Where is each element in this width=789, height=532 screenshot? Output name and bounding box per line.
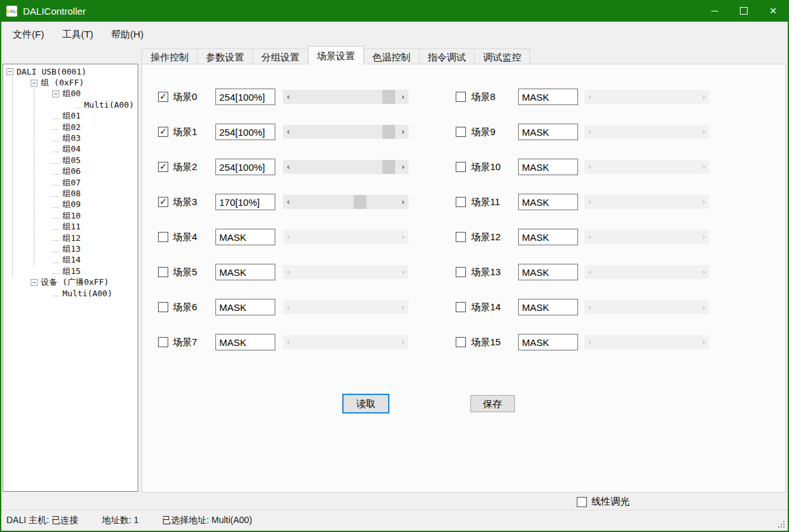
tree-collapse-icon[interactable] — [31, 80, 38, 87]
scene-checkbox[interactable]: ✓ — [158, 162, 168, 172]
scene-checkbox[interactable]: ✓ — [456, 302, 466, 312]
tree-item[interactable]: 设备 (广播0xFF) — [3, 277, 138, 287]
scrollbar-thumb[interactable] — [382, 125, 395, 139]
tab-debug-monitor[interactable]: 调试监控 — [474, 48, 530, 64]
tree-item[interactable]: 组11 — [3, 221, 138, 232]
tree-collapse-icon[interactable] — [52, 90, 59, 97]
scene-value-input[interactable] — [215, 334, 275, 350]
scroll-left-arrow[interactable]: ‹ — [283, 125, 294, 139]
linear-dimming-checkbox[interactable]: ✓ — [577, 497, 587, 507]
scene-checkbox[interactable]: ✓ — [456, 127, 466, 137]
tree-collapse-icon[interactable] — [6, 68, 13, 75]
scroll-left-arrow: ‹ — [584, 90, 595, 104]
scene-checkbox[interactable]: ✓ — [158, 267, 168, 277]
scene-value-input[interactable] — [215, 229, 275, 245]
scene-value-input[interactable] — [518, 334, 578, 350]
scene-row: ✓场景14‹› — [456, 299, 710, 315]
maximize-button[interactable] — [729, 0, 758, 22]
scene-level-scrollbar[interactable]: ‹› — [283, 90, 409, 104]
scroll-left-arrow[interactable]: ‹ — [283, 160, 294, 174]
scene-value-input[interactable] — [518, 89, 578, 105]
tree-item[interactable]: 组08 — [3, 188, 138, 199]
menu-item-file[interactable]: 文件(F) — [4, 25, 53, 45]
scene-value-input[interactable] — [215, 264, 275, 280]
scene-value-input[interactable] — [215, 299, 275, 315]
tab-parameter-settings[interactable]: 参数设置 — [197, 48, 253, 64]
tree-item[interactable]: 组10 — [3, 210, 138, 221]
scene-value-input[interactable] — [215, 89, 275, 105]
scroll-right-arrow[interactable]: › — [398, 195, 409, 209]
scene-value-input[interactable] — [518, 194, 578, 210]
tree-item[interactable]: 组09 — [3, 199, 138, 210]
tree-item-label: 组09 — [62, 199, 81, 210]
tree-item[interactable]: 组04 — [3, 144, 138, 155]
resize-grip[interactable] — [777, 520, 785, 528]
scrollbar-thumb[interactable] — [382, 90, 395, 104]
scene-value-input[interactable] — [215, 159, 275, 175]
scene-level-scrollbar[interactable]: ‹› — [283, 195, 409, 209]
scene-checkbox[interactable]: ✓ — [456, 162, 466, 172]
tree-item[interactable]: 组14 — [3, 255, 138, 266]
tree-item[interactable]: Multi(A00) — [3, 288, 138, 299]
tree-item[interactable]: Multi(A00) — [3, 99, 138, 110]
scene-value-input[interactable] — [518, 229, 578, 245]
tab-grouping-settings[interactable]: 分组设置 — [252, 48, 308, 64]
scrollbar-thumb[interactable] — [354, 195, 366, 209]
scroll-right-arrow[interactable]: › — [398, 90, 409, 104]
read-button[interactable]: 读取 — [342, 394, 389, 413]
scroll-left-arrow[interactable]: ‹ — [283, 195, 294, 209]
tab-command-debug[interactable]: 指令调试 — [419, 48, 475, 64]
scrollbar-thumb[interactable] — [382, 160, 395, 174]
tree-item[interactable]: 组06 — [3, 166, 138, 177]
scene-checkbox[interactable]: ✓ — [158, 337, 168, 347]
tree-collapse-icon[interactable] — [31, 279, 38, 286]
tree-guide-line — [12, 166, 25, 177]
scene-checkbox[interactable]: ✓ — [158, 302, 168, 312]
minimize-button[interactable] — [700, 0, 729, 22]
tree-item[interactable]: 组 (0xFF) — [3, 77, 138, 88]
scene-checkbox[interactable]: ✓ — [456, 267, 466, 277]
tree-item[interactable]: DALI USB(0001) — [3, 66, 138, 77]
tree-item[interactable]: 组05 — [3, 155, 138, 166]
scene-checkbox[interactable]: ✓ — [158, 197, 168, 207]
scene-value-input[interactable] — [215, 194, 275, 210]
tree-item[interactable]: 组02 — [3, 122, 138, 133]
scene-checkbox[interactable]: ✓ — [158, 127, 168, 137]
scroll-right-arrow[interactable]: › — [398, 160, 409, 174]
scene-checkbox[interactable]: ✓ — [158, 92, 168, 102]
scene-value-input[interactable] — [518, 124, 578, 140]
scene-value-input[interactable] — [215, 124, 275, 140]
tab-color-temp-control[interactable]: 色温控制 — [363, 48, 419, 64]
save-button[interactable]: 保存 — [470, 395, 515, 412]
tree-item[interactable]: 组07 — [3, 177, 138, 188]
scene-value-input[interactable] — [518, 159, 578, 175]
close-button[interactable]: ✕ — [758, 0, 788, 22]
scene-checkbox[interactable]: ✓ — [456, 232, 466, 242]
menu-item-help[interactable]: 帮助(H) — [102, 25, 152, 45]
tree-item[interactable]: 组03 — [3, 133, 138, 143]
scene-level-scrollbar: ‹› — [584, 335, 709, 349]
scene-value-input[interactable] — [518, 299, 578, 315]
tree-item-label: 组13 — [62, 243, 81, 255]
menu-item-tools[interactable]: 工具(T) — [53, 25, 102, 45]
tree-item[interactable]: 组15 — [3, 266, 138, 277]
scroll-right-arrow[interactable]: › — [398, 125, 409, 139]
scene-value-input[interactable] — [518, 264, 578, 280]
scene-label: 场景10 — [471, 159, 501, 175]
scene-level-scrollbar[interactable]: ‹› — [283, 125, 409, 139]
tree-item[interactable]: 组12 — [3, 233, 138, 243]
scene-checkbox[interactable]: ✓ — [456, 197, 466, 207]
scene-checkbox[interactable]: ✓ — [456, 337, 466, 347]
scroll-left-arrow[interactable]: ‹ — [283, 90, 294, 104]
tree-item[interactable]: 组01 — [3, 111, 138, 122]
tree-guide-line — [12, 277, 25, 287]
scene-checkbox[interactable]: ✓ — [456, 92, 466, 102]
tree-item[interactable]: 组13 — [3, 243, 138, 254]
tab-scene-settings[interactable]: 场景设置 — [308, 46, 364, 64]
tree-item[interactable]: 组00 — [3, 89, 138, 99]
tab-operation-control[interactable]: 操作控制 — [141, 48, 198, 64]
scene-level-scrollbar[interactable]: ‹› — [283, 160, 409, 174]
app-window: DALI DALIController ✕ 文件(F)工具(T)帮助(H) DA… — [0, 0, 789, 532]
tree-item-label: 组10 — [62, 210, 81, 222]
scene-checkbox[interactable]: ✓ — [158, 232, 168, 242]
